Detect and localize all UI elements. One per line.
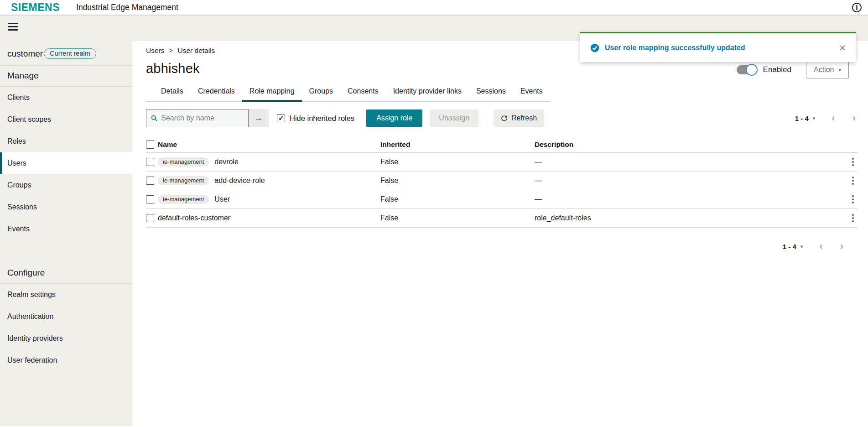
tab-sessions[interactable]: Sessions xyxy=(469,87,513,102)
breadcrumb-chevron-icon: > xyxy=(169,47,172,54)
sidebar-item-sessions[interactable]: Sessions xyxy=(0,196,132,218)
role-name: add-device-role xyxy=(214,177,265,185)
divider xyxy=(486,109,486,127)
role-inherited: False xyxy=(380,195,535,203)
role-name: default-roles-customer xyxy=(158,214,230,222)
sidebar-item-groups[interactable]: Groups xyxy=(0,174,132,196)
pagination-caret-icon[interactable]: ▾ xyxy=(800,244,803,250)
pagination-next-icon[interactable]: › xyxy=(838,241,845,251)
sidebar-item-authentication[interactable]: Authentication xyxy=(0,306,132,328)
pagination-bottom: 1 - 4 ▾ ‹ › xyxy=(783,241,845,251)
pagination-range: 1 - 4 xyxy=(795,115,809,122)
tab-consents[interactable]: Consents xyxy=(340,87,386,102)
user-header-controls: Enabled Action ▾ xyxy=(737,61,849,78)
sidebar-item-users[interactable]: Users xyxy=(0,152,132,174)
row-kebab-menu-icon[interactable] xyxy=(848,193,858,205)
sidebar-item-roles[interactable]: Roles xyxy=(0,130,132,152)
main-panel: Users > User details abhishek Enabled Ac… xyxy=(132,41,868,426)
row-checkbox[interactable] xyxy=(146,158,154,166)
pagination-top: 1 - 4 ▾ ‹ › xyxy=(795,113,858,123)
hamburger-menu-icon[interactable] xyxy=(8,23,18,32)
app-body: customer Current realm Manage Clients Cl… xyxy=(0,16,868,426)
enabled-toggle[interactable] xyxy=(737,65,757,74)
sidebar-item-user-federation[interactable]: User federation xyxy=(0,349,132,371)
row-kebab-menu-icon[interactable] xyxy=(848,156,858,168)
refresh-icon xyxy=(501,115,508,122)
toast-message: User role mapping successfully updated xyxy=(605,44,839,52)
table-header-row: Name Inherited Description xyxy=(146,136,858,153)
role-description: — xyxy=(535,195,836,203)
column-name: Name xyxy=(158,141,380,149)
row-checkbox[interactable] xyxy=(146,214,154,222)
breadcrumb-current: User details xyxy=(178,47,215,55)
search-submit-button[interactable]: → xyxy=(249,109,269,127)
sidebar-item-client-scopes[interactable]: Client scopes xyxy=(0,109,132,130)
role-name: User xyxy=(214,195,230,203)
realm-selector[interactable]: customer Current realm xyxy=(0,41,132,65)
info-icon[interactable]: i xyxy=(852,3,862,12)
close-icon[interactable]: × xyxy=(839,42,846,53)
breadcrumb-users-link[interactable]: Users xyxy=(146,47,164,55)
nav-section-configure: Configure xyxy=(0,263,132,283)
pagination-next-icon[interactable]: › xyxy=(851,113,858,123)
action-label: Action xyxy=(814,66,834,74)
app: { "colors": { "brand_teal": "#009999", "… xyxy=(0,0,868,427)
role-mapping-table: Name Inherited Description ie-management… xyxy=(146,136,858,228)
search-icon xyxy=(151,115,157,122)
search-box xyxy=(146,109,249,127)
hide-inherited-label: Hide inherited roles xyxy=(290,114,354,123)
role-description: — xyxy=(535,177,836,185)
tab-details[interactable]: Details xyxy=(154,87,191,102)
refresh-label: Refresh xyxy=(511,114,537,122)
table-row: default-roles-customer False role_defaul… xyxy=(146,209,858,228)
sidebar-nav: customer Current realm Manage Clients Cl… xyxy=(0,41,132,426)
role-description: role_default-roles xyxy=(535,214,836,222)
tab-credentials[interactable]: Credentials xyxy=(191,87,242,102)
pagination-range: 1 - 4 xyxy=(783,243,796,250)
sidebar-item-clients[interactable]: Clients xyxy=(0,87,132,109)
sidebar-item-identity-providers[interactable]: Identity providers xyxy=(0,328,132,349)
row-kebab-menu-icon[interactable] xyxy=(848,212,858,224)
enabled-label: Enabled xyxy=(763,65,791,74)
search-input[interactable] xyxy=(161,114,244,122)
pagination-prev-icon[interactable]: ‹ xyxy=(830,113,837,123)
role-inherited: False xyxy=(380,158,535,166)
row-checkbox[interactable] xyxy=(146,195,154,203)
row-checkbox[interactable] xyxy=(146,177,154,185)
unassign-button[interactable]: Unassign xyxy=(430,109,478,127)
sidebar-item-realm-settings[interactable]: Realm settings xyxy=(0,284,132,306)
row-kebab-menu-icon[interactable] xyxy=(848,175,858,187)
table-row: ie-management add-device-role False — xyxy=(146,172,858,190)
siemens-logo: SIEMENS xyxy=(11,1,60,14)
app-title: Industrial Edge Management xyxy=(76,3,178,12)
client-badge: ie-management xyxy=(158,195,209,204)
tab-role-mapping[interactable]: Role mapping xyxy=(242,87,302,102)
user-tabs: Details Credentials Role mapping Groups … xyxy=(146,87,550,102)
nav-section-manage: Manage xyxy=(0,66,132,86)
refresh-button[interactable]: Refresh xyxy=(494,109,544,127)
success-toast: User role mapping successfully updated × xyxy=(580,32,856,62)
role-description: — xyxy=(535,158,836,166)
assign-role-button[interactable]: Assign role xyxy=(366,109,422,127)
chevron-down-icon: ▾ xyxy=(838,67,841,73)
select-all-checkbox[interactable] xyxy=(146,141,154,149)
pagination-prev-icon[interactable]: ‹ xyxy=(817,241,824,251)
tab-identity-provider-links[interactable]: Identity provider links xyxy=(386,87,469,102)
action-dropdown-button[interactable]: Action ▾ xyxy=(806,61,849,78)
current-realm-badge: Current realm xyxy=(44,48,96,59)
column-description: Description xyxy=(535,141,836,149)
arrow-right-icon: → xyxy=(255,113,263,123)
client-badge: ie-management xyxy=(158,157,209,167)
role-inherited: False xyxy=(380,214,535,222)
tab-groups[interactable]: Groups xyxy=(302,87,340,102)
role-inherited: False xyxy=(380,177,535,185)
pagination-caret-icon[interactable]: ▾ xyxy=(813,115,816,121)
hide-inherited-checkbox[interactable] xyxy=(277,114,285,122)
role-name: devrole xyxy=(214,158,238,166)
pagination-bottom-wrap: 1 - 4 ▾ ‹ › xyxy=(146,241,858,251)
toggle-knob xyxy=(746,64,758,76)
tab-events[interactable]: Events xyxy=(513,87,550,102)
sidebar-item-events[interactable]: Events xyxy=(0,218,132,240)
client-badge: ie-management xyxy=(158,176,209,185)
column-inherited: Inherited xyxy=(380,141,535,149)
